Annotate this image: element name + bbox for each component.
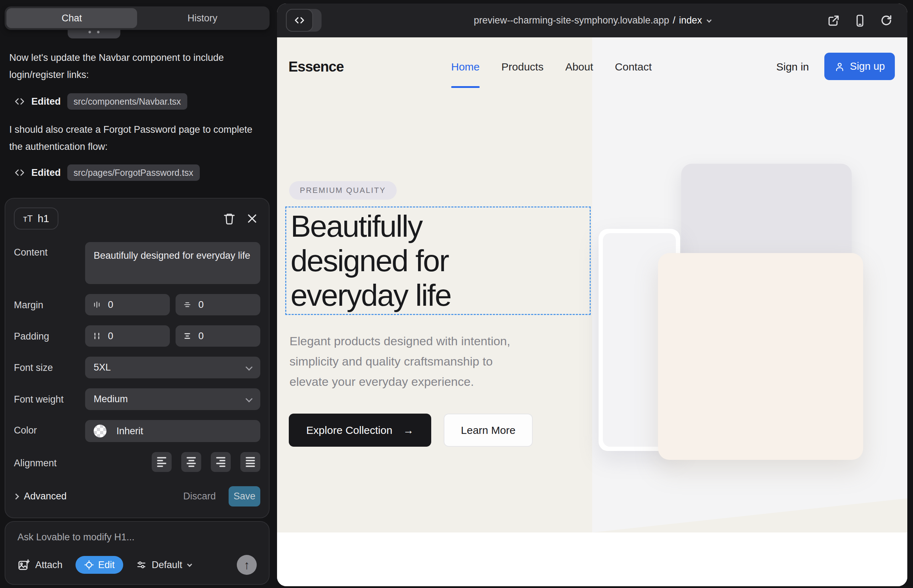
align-right-icon: [216, 457, 225, 467]
arrow-up-icon: ↑: [244, 558, 250, 572]
save-button[interactable]: Save: [228, 486, 260, 507]
content-textarea[interactable]: Beautifully designed for everyday life: [85, 242, 260, 284]
chat-history-tabbar: Chat History: [5, 6, 270, 30]
font-size-label: Font size: [14, 357, 85, 378]
open-external-button[interactable]: [827, 14, 840, 27]
align-justify-button[interactable]: [240, 452, 260, 472]
content-label: Content: [14, 242, 85, 284]
tab-chat[interactable]: Chat: [6, 8, 137, 28]
h1-selection-outline[interactable]: Beautifully designed for everyday life: [285, 207, 591, 315]
url-separator: /: [673, 15, 675, 26]
browser-topbar: preview--charming-site-symphony.lovable.…: [277, 3, 907, 37]
padding-x-input[interactable]: 0: [85, 325, 170, 347]
close-icon: [246, 213, 258, 225]
margin-y-input[interactable]: 0: [176, 294, 260, 315]
margin-vertical-icon: [183, 300, 192, 309]
refresh-button[interactable]: [879, 14, 893, 27]
site-logo[interactable]: Essence: [288, 59, 344, 75]
padding-vertical-icon: [183, 331, 192, 341]
attach-button[interactable]: Attach: [18, 559, 63, 571]
close-editor-button[interactable]: [244, 210, 260, 227]
url-page: index: [679, 15, 702, 26]
edited-label: Edited: [31, 96, 61, 107]
hero-description: Elegant products designed with intention…: [290, 331, 510, 392]
align-right-button[interactable]: [211, 452, 231, 472]
user-icon: [834, 61, 845, 72]
target-icon: [84, 560, 94, 570]
chat-panel: Chat History Now let's update the Navbar…: [0, 0, 277, 588]
color-label: Color: [14, 420, 85, 442]
sliders-icon: [136, 559, 147, 570]
hero-section: Essence Home Products About Contact Sign…: [277, 37, 907, 533]
nav-link-products[interactable]: Products: [501, 61, 543, 73]
align-center-button[interactable]: [181, 452, 201, 472]
code-icon: [14, 167, 25, 178]
font-size-select[interactable]: 5XL: [85, 357, 260, 378]
nav-link-about[interactable]: About: [565, 61, 593, 73]
nav-link-contact[interactable]: Contact: [615, 61, 652, 73]
code-icon: [293, 14, 306, 26]
margin-horizontal-icon: [92, 300, 102, 309]
sign-in-link[interactable]: Sign in: [776, 61, 809, 73]
chat-message: I should also create a Forgot Password p…: [9, 121, 266, 155]
url-bar[interactable]: preview--charming-site-symphony.lovable.…: [474, 15, 711, 26]
edit-mode-button[interactable]: Edit: [76, 556, 123, 574]
arrow-right-icon: →: [403, 424, 414, 436]
align-justify-icon: [246, 457, 255, 467]
padding-horizontal-icon: [92, 331, 102, 341]
align-left-button[interactable]: [152, 452, 172, 472]
advanced-toggle[interactable]: Advanced: [14, 491, 66, 502]
align-left-icon: [157, 457, 166, 467]
learn-more-button[interactable]: Learn More: [444, 414, 533, 447]
edited-file-row[interactable]: Edited src/components/Navbar.tsx: [14, 93, 187, 110]
premium-badge: PREMIUM QUALITY: [289, 181, 397, 200]
font-weight-select[interactable]: Medium: [85, 388, 260, 410]
edited-file-row[interactable]: Edited src/pages/ForgotPassword.tsx: [14, 165, 200, 181]
hero-heading[interactable]: Beautifully designed for everyday life: [291, 209, 451, 312]
element-editor-panel: тT h1 Content Beautifully designed for e…: [5, 198, 270, 518]
chevron-right-icon: [13, 493, 19, 499]
clipped-chip: [68, 30, 120, 39]
decorative-card-cream: [658, 253, 863, 460]
delete-element-button[interactable]: [221, 210, 238, 227]
explore-collection-button[interactable]: Explore Collection →: [289, 414, 431, 447]
transparent-swatch-icon: [94, 425, 107, 438]
chat-message: Now let's update the Navbar component to…: [9, 49, 266, 83]
send-button[interactable]: ↑: [237, 555, 257, 575]
prompt-composer: Attach Edit Default ↑: [5, 521, 270, 585]
diagonal-divider: [592, 498, 907, 533]
align-center-icon: [186, 457, 196, 467]
nav-link-home[interactable]: Home: [451, 61, 480, 73]
code-view-segment[interactable]: [286, 9, 313, 32]
code-icon: [14, 96, 25, 107]
color-select[interactable]: Inherit: [85, 420, 260, 442]
chevron-down-icon: [246, 363, 253, 370]
image-plus-icon: [18, 559, 29, 571]
edited-label: Edited: [31, 167, 61, 178]
url-domain: preview--charming-site-symphony.lovable.…: [474, 15, 669, 26]
chevron-down-icon: [246, 395, 253, 402]
site-preview: Essence Home Products About Contact Sign…: [277, 37, 907, 586]
site-navbar: Essence Home Products About Contact Sign…: [277, 37, 907, 96]
padding-y-input[interactable]: 0: [176, 325, 260, 347]
padding-label: Padding: [14, 325, 85, 347]
model-selector[interactable]: Default: [136, 559, 191, 570]
alignment-label: Alignment: [14, 452, 85, 472]
sign-up-button[interactable]: Sign up: [824, 53, 895, 80]
font-weight-label: Font weight: [14, 388, 85, 410]
selected-element-pill: тT h1: [14, 207, 58, 229]
tab-history[interactable]: History: [137, 8, 268, 28]
preview-browser: preview--charming-site-symphony.lovable.…: [277, 3, 907, 586]
trash-icon: [223, 212, 236, 225]
chevron-down-icon: [187, 562, 192, 567]
prompt-input[interactable]: [18, 532, 257, 543]
element-tag-label: h1: [38, 213, 49, 225]
discard-button[interactable]: Discard: [183, 491, 216, 502]
type-icon: тT: [23, 213, 33, 224]
file-chip[interactable]: src/components/Navbar.tsx: [67, 93, 188, 110]
mobile-view-button[interactable]: [853, 14, 867, 27]
margin-x-input[interactable]: 0: [85, 294, 170, 315]
file-chip[interactable]: src/pages/ForgotPassword.tsx: [67, 165, 200, 181]
code-preview-toggle[interactable]: [286, 9, 322, 32]
chevron-down-icon: [707, 18, 712, 23]
